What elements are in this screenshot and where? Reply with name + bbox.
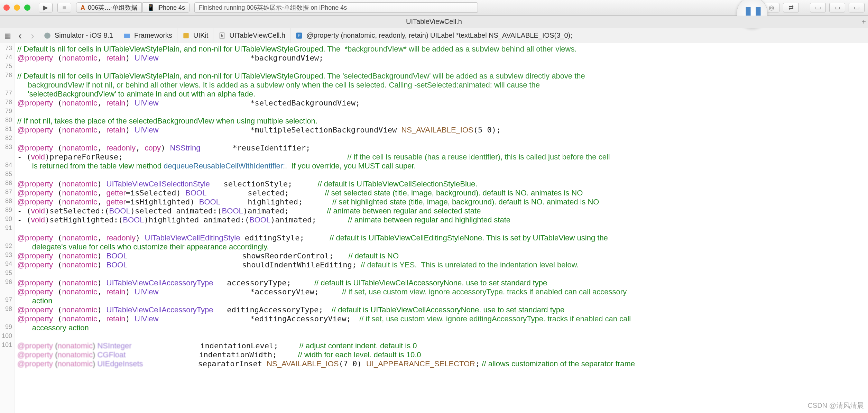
source-editor: 7374757677787980818283848586878889909192… [0,43,868,413]
swap-icon: ⇄ [788,4,794,11]
jumpbar-uikit[interactable]: UIKit [177,28,213,43]
new-tab-button[interactable]: + [861,17,866,26]
stop-icon: ■ [63,4,66,11]
close-window-button[interactable] [3,4,10,11]
play-icon: ▶ [43,4,48,11]
phone-icon: 📱 [147,4,155,11]
zoom-window-button[interactable] [24,4,30,11]
panel-left-icon: ▭ [815,4,821,11]
svg-text:P: P [298,33,301,38]
jumpbar-symbol-label: @property (nonatomic, readonly, retain) … [306,31,572,39]
jumpbar-simulator[interactable]: Simulator - iOS 8.1 [39,28,118,43]
status-bar: Finished running 006英雄展示-单组数据 on iPhone … [194,2,478,13]
panel-right-icon: ▭ [854,4,860,11]
app-icon: A [81,4,85,11]
jump-bar: ▦ ‹ › Simulator - iOS 8.1 Frameworks UIK… [0,28,868,43]
jumpbar-frameworks-label: Frameworks [134,31,172,39]
main-toolbar: ▶ ■ A 006英…·单组数据 📱 iPhone 4s Finished ru… [0,0,868,16]
scheme-selector[interactable]: A 006英…·单组数据 📱 iPhone 4s [76,2,190,13]
toggle-debug-button[interactable]: ▭ [829,3,845,12]
property-icon: P [295,32,303,39]
framework-icon [182,32,190,39]
jumpbar-file[interactable]: h UITableViewCell.h [213,28,290,43]
related-items-button[interactable]: ▦ [1,29,14,42]
svg-text:h: h [221,34,223,38]
jumpbar-file-label: UITableViewCell.h [229,31,285,39]
code-area[interactable]: // Default is nil for cells in UITableVi… [15,43,868,413]
toggle-navigator-button[interactable]: ▭ [810,3,826,12]
rings-icon: ◎ [769,4,774,11]
window-traffic-lights [3,4,30,11]
active-tab-title[interactable]: UITableViewCell.h [406,18,462,26]
status-text: Finished running 006英雄展示-单组数据 on iPhone … [199,3,347,12]
jumpbar-symbol[interactable]: P @property (nonatomic, readonly, retain… [290,28,868,43]
minimize-window-button[interactable] [14,4,20,11]
folder-icon [123,32,131,39]
scheme-name: 006英…·单组数据 [88,3,137,12]
panel-bottom-icon: ▭ [834,4,840,11]
svg-rect-2 [183,33,188,38]
version-editor-button[interactable]: ⇄ [783,3,799,12]
stop-button[interactable]: ■ [57,3,71,12]
jumpbar-frameworks[interactable]: Frameworks [118,28,177,43]
jumpbar-uikit-label: UIKit [193,31,208,39]
watermark-text: CSDN @清风清晨 [807,401,864,410]
tab-bar: UITableViewCell.h + [0,16,868,28]
run-button[interactable]: ▶ [39,3,53,12]
scheme-device: iPhone 4s [157,4,185,11]
history-forward-button[interactable]: › [26,29,39,42]
header-file-icon: h [218,32,226,39]
svg-point-0 [44,33,50,39]
svg-rect-1 [124,34,130,38]
toggle-utilities-button[interactable]: ▭ [849,3,865,12]
simulator-icon [44,32,51,39]
jumpbar-simulator-label: Simulator - iOS 8.1 [55,31,113,39]
history-back-button[interactable]: ‹ [14,29,26,42]
line-number-gutter: 7374757677787980818283848586878889909192… [0,43,15,413]
